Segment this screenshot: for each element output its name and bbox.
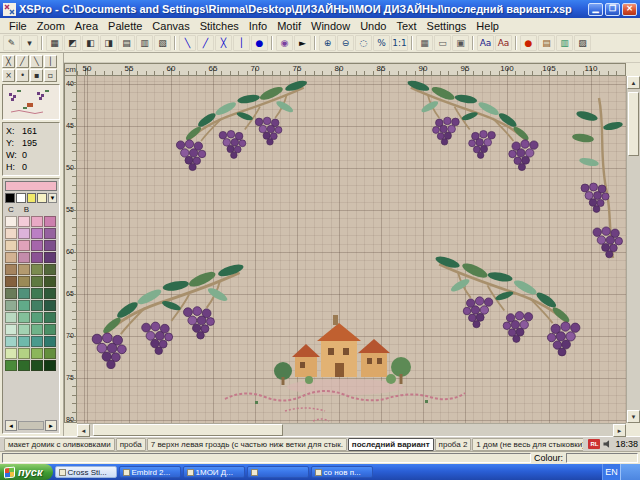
document-tab-0[interactable]: макет домик с оливковками [4,438,115,451]
document-tab-3[interactable]: последний вариант [348,438,434,451]
palette-color-11-3[interactable] [44,348,56,359]
palette-color-11-1[interactable] [18,348,30,359]
palette-color-6-2[interactable] [31,288,43,299]
palette-color-6-3[interactable] [44,288,56,299]
palette-color-0-1[interactable] [18,216,30,227]
zoom-in-tool[interactable]: ⊕ [319,35,336,51]
palette-color-4-2[interactable] [31,264,43,275]
palette-color-12-2[interactable] [31,360,43,371]
palette-color-7-0[interactable] [5,300,17,311]
quarter-stitch-tool[interactable]: ◧ [82,35,99,51]
language-indicator-icon[interactable]: RL [588,439,600,449]
close-button[interactable]: ✕ [622,3,637,16]
thread-chart-button[interactable]: ▥ [556,35,573,51]
taskbar-task-3[interactable] [247,466,309,478]
menu-motif[interactable]: Motif [272,20,306,32]
menu-help[interactable]: Help [471,20,504,32]
document-tab-4[interactable]: проба 2 [435,438,472,451]
palette-color-6-0[interactable] [5,288,17,299]
palette-color-3-0[interactable] [5,252,17,263]
three-quarter-stitch-tool[interactable]: ◨ [100,35,117,51]
zoom-percent-tool[interactable]: % [373,35,390,51]
quick-color-0[interactable] [5,193,15,203]
backstitch-cross-tool[interactable]: ╳ [215,35,232,51]
menu-undo[interactable]: Undo [355,20,391,32]
menu-zoom[interactable]: Zoom [32,20,70,32]
palette-color-4-1[interactable] [18,264,30,275]
rulers-toggle[interactable]: ▭ [434,35,451,51]
taskbar-task-0[interactable]: Cross Sti... [55,466,117,478]
long-stitch-tool[interactable]: │ [233,35,250,51]
palette-color-5-0[interactable] [5,276,17,287]
backstitch-diagonal-tool[interactable]: ╱ [197,35,214,51]
menu-canvas[interactable]: Canvas [147,20,194,32]
palette-color-12-1[interactable] [18,360,30,371]
palette-color-3-1[interactable] [18,252,30,263]
palette-color-0-3[interactable] [44,216,56,227]
palette-color-1-3[interactable] [44,228,56,239]
palette-color-8-0[interactable] [5,312,17,323]
palette-color-7-2[interactable] [31,300,43,311]
menu-settings[interactable]: Settings [422,20,472,32]
menu-window[interactable]: Window [306,20,355,32]
volume-icon[interactable] [603,440,612,449]
scroll-right-button[interactable]: ► [613,424,626,437]
palette-scroll-right-button[interactable]: ► [45,420,57,431]
scroll-left-button[interactable]: ◄ [77,424,90,437]
system-tray[interactable] [620,464,640,480]
palette-scroll-left-button[interactable]: ◄ [5,420,17,431]
palette-color-8-2[interactable] [31,312,43,323]
palette-color-8-3[interactable] [44,312,56,323]
palette-color-3-2[interactable] [31,252,43,263]
taskbar-language[interactable]: EN [602,464,620,480]
palette-color-10-0[interactable] [5,336,17,347]
select-arrow-tool[interactable]: ► [294,35,311,51]
palette-color-9-3[interactable] [44,324,56,335]
current-color-swatch[interactable] [5,181,57,191]
document-tab-5[interactable]: 1 дом (не весь для стыковки) [472,438,583,451]
bead-tool[interactable]: ◉ [276,35,293,51]
palette-scroll-track[interactable] [18,421,44,430]
pencil-dropdown[interactable]: ▾ [21,35,38,51]
palette-color-7-1[interactable] [18,300,30,311]
quick-color-2[interactable] [27,193,37,203]
zoom-actual-tool[interactable]: 1:1 [391,35,408,51]
french-knot-tool[interactable]: ● [251,35,268,51]
minimize-button[interactable]: ▁ [588,3,603,16]
horizontal-scrollbar[interactable]: ◄ ► [77,423,626,436]
palette-color-5-1[interactable] [18,276,30,287]
scroll-up-button[interactable]: ▲ [627,76,640,89]
color-wheel-button[interactable]: ● [520,35,537,51]
palette-color-2-3[interactable] [44,240,56,251]
petite-stitch-tool[interactable]: ▤ [118,35,135,51]
text-tool-small[interactable]: Aa [477,35,494,51]
taskbar-task-4[interactable]: со нов п... [311,466,373,478]
quick-color-dropdown[interactable]: ▼ [48,193,57,203]
stitch-style-full[interactable]: ╳ [2,55,15,68]
palette-color-7-3[interactable] [44,300,56,311]
vertical-scroll-thumb[interactable] [628,92,639,156]
palette-color-5-2[interactable] [31,276,43,287]
menu-file[interactable]: File [4,20,32,32]
palette-color-1-0[interactable] [5,228,17,239]
palette-color-1-2[interactable] [31,228,43,239]
palette-color-11-2[interactable] [31,348,43,359]
design-info-button[interactable]: ▨ [574,35,591,51]
menu-info[interactable]: Info [244,20,272,32]
zoom-area-tool[interactable]: ◌ [355,35,372,51]
menu-palette[interactable]: Palette [103,20,147,32]
full-stitch-tool[interactable]: ▦ [46,35,63,51]
palette-color-10-2[interactable] [31,336,43,347]
quick-color-3[interactable] [37,193,47,203]
palette-color-10-3[interactable] [44,336,56,347]
special-stitch-tool[interactable]: ▧ [154,35,171,51]
palette-color-12-0[interactable] [5,360,17,371]
menu-text[interactable]: Text [391,20,421,32]
taskbar-task-2[interactable]: 1МОИ Д... [183,466,245,478]
menu-area[interactable]: Area [70,20,103,32]
center-pattern-button[interactable]: ▣ [452,35,469,51]
palette-color-12-3[interactable] [44,360,56,371]
vertical-stitch-tool[interactable]: ▥ [136,35,153,51]
zoom-out-tool[interactable]: ⊖ [337,35,354,51]
grid-toggle[interactable]: ▦ [416,35,433,51]
